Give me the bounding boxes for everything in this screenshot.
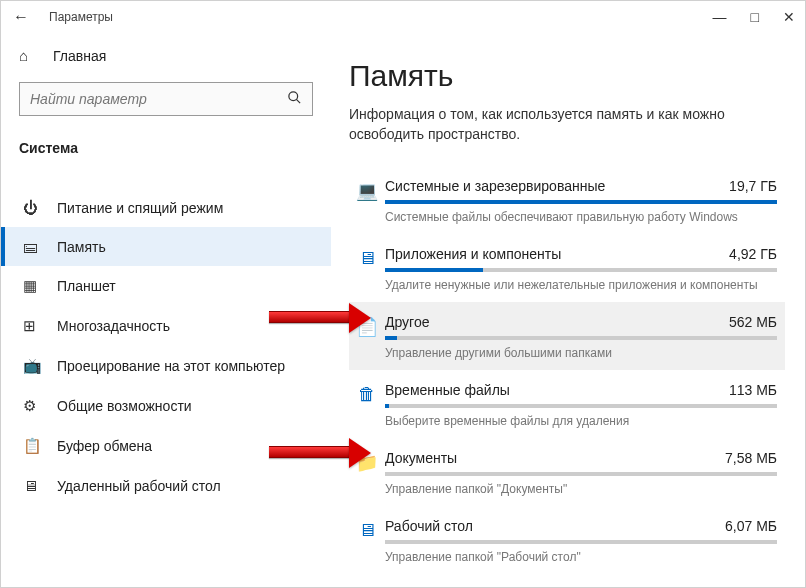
arrow-annotation [269,446,349,458]
back-button[interactable]: ← [11,8,31,26]
nav-label: Проецирование на этот компьютер [57,358,285,374]
sidebar-item-project[interactable]: 📺 Проецирование на этот компьютер [1,346,331,386]
main-panel: Память Информация о том, как используетс… [331,33,805,587]
storage-title: Изображения [385,586,473,587]
storage-item[interactable]: 📁 Документы 7,58 МБ Управление папкой "Д… [349,438,785,506]
search-placeholder: Найти параметр [30,91,147,107]
storage-size: 4,92 ГБ [729,246,777,262]
storage-bar [385,540,777,544]
sidebar-item-share[interactable]: ⚙ Общие возможности [1,386,331,426]
storage-bar [385,200,777,204]
storage-size: 113 МБ [729,382,777,398]
search-input[interactable]: Найти параметр [19,82,313,116]
sidebar: ⌂ Главная Найти параметр Система ⏻ Питан… [1,33,331,587]
multitask-icon: ⊞ [23,317,43,335]
storage-bar [385,472,777,476]
storage-desc: Управление другими большими папками [385,346,777,360]
storage-desc: Выберите временные файлы для удаления [385,414,777,428]
nav-label: Удаленный рабочий стол [57,478,221,494]
storage-bar [385,336,777,340]
storage-size: 7,58 МБ [725,450,777,466]
home-link[interactable]: ⌂ Главная [1,39,331,72]
home-label: Главная [53,48,106,64]
storage-title: Рабочий стол [385,518,473,534]
power-icon: ⏻ [23,199,43,216]
images-icon: 🖼 [349,586,385,587]
sidebar-item-remote[interactable]: 🖥 Удаленный рабочий стол [1,466,331,505]
tablet-icon: ▦ [23,277,43,295]
storage-desc: Удалите ненужные или нежелательные прило… [385,278,777,292]
page-subtitle: Информация о том, как используется памят… [349,105,785,144]
search-icon [287,90,302,108]
home-icon: ⌂ [19,47,39,64]
storage-item[interactable]: 🖥 Рабочий стол 6,07 МБ Управление папкой… [349,506,785,574]
storage-title: Временные файлы [385,382,510,398]
titlebar: ← Параметры — □ ✕ [1,1,805,33]
apps-icon: 🖥 [349,246,385,269]
storage-title: Документы [385,450,457,466]
storage-item[interactable]: 🗑 Временные файлы 113 МБ Выберите времен… [349,370,785,438]
maximize-button[interactable]: □ [751,9,759,25]
nav-label: Буфер обмена [57,438,152,454]
clipboard-icon: 📋 [23,437,43,455]
arrow-annotation [269,311,349,323]
storage-size: 19,7 ГБ [729,178,777,194]
svg-line-1 [296,99,300,103]
nav-label: Общие возможности [57,398,192,414]
page-title: Память [349,59,785,93]
trash-icon: 🗑 [349,382,385,405]
storage-size: 5,35 МБ [725,586,777,587]
storage-item[interactable]: 🖼 Изображения 5,35 МБ [349,574,785,587]
storage-title: Приложения и компоненты [385,246,561,262]
storage-item[interactable]: 🖥 Приложения и компоненты 4,92 ГБ Удалит… [349,234,785,302]
storage-item[interactable]: 💻 Системные и зарезервированные 19,7 ГБ … [349,166,785,234]
storage-size: 562 МБ [729,314,777,330]
share-icon: ⚙ [23,397,43,415]
nav-label: Память [57,239,106,255]
storage-title: Другое [385,314,429,330]
remote-icon: 🖥 [23,477,43,494]
window-title: Параметры [49,10,113,24]
laptop-icon: 💻 [349,178,385,202]
storage-title: Системные и зарезервированные [385,178,605,194]
storage-bar [385,404,777,408]
nav-label: Многозадачность [57,318,170,334]
storage-item[interactable]: 📄 Другое 562 МБ Управление другими больш… [349,302,785,370]
project-icon: 📺 [23,357,43,375]
storage-desc: Управление папкой "Документы" [385,482,777,496]
nav-label: Питание и спящий режим [57,200,223,216]
desktop-icon: 🖥 [349,518,385,541]
storage-desc: Системные файлы обеспечивают правильную … [385,210,777,224]
sidebar-item-partial[interactable] [1,170,331,188]
sidebar-item-tablet[interactable]: ▦ Планшет [1,266,331,306]
close-button[interactable]: ✕ [783,9,795,25]
category-label: Система [1,134,331,170]
storage-icon: 🖴 [23,238,43,255]
svg-point-0 [289,92,298,101]
storage-size: 6,07 МБ [725,518,777,534]
minimize-button[interactable]: — [713,9,727,25]
nav-label: Планшет [57,278,116,294]
sidebar-item-storage[interactable]: 🖴 Память [1,227,331,266]
storage-bar [385,268,777,272]
storage-desc: Управление папкой "Рабочий стол" [385,550,777,564]
sidebar-item-power[interactable]: ⏻ Питание и спящий режим [1,188,331,227]
